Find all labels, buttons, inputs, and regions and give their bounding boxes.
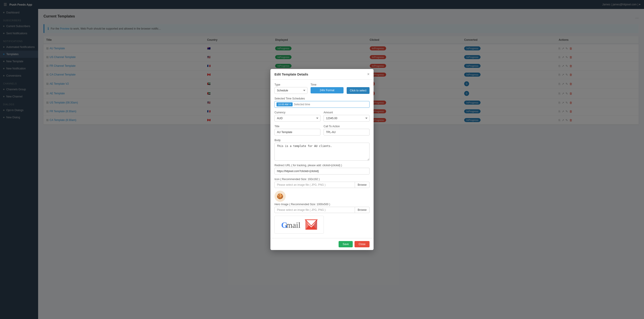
icon-group: Icon ( Recommended Size: 192x192 ) Pleas… xyxy=(274,178,370,202)
icon-preview: 🍪 xyxy=(274,191,286,202)
gmail-logo-svg: G mail xyxy=(279,218,319,231)
amount-label: Amount xyxy=(324,111,370,114)
type-select[interactable]: Schedule Immediate Recurring xyxy=(274,87,308,94)
click-to-select-button[interactable]: Click to select xyxy=(347,87,370,94)
cta-input[interactable] xyxy=(324,129,370,136)
currency-label: Currency xyxy=(274,111,320,114)
redirect-label: Redirect URL ( for tracking, please add:… xyxy=(274,164,370,167)
currency-group: Currency AUD USD EUR GBP xyxy=(274,111,320,122)
modal-footer: Save Close xyxy=(270,238,374,250)
time-tag-value: 10:00 AM xyxy=(278,103,288,106)
hero-group: Hero Image ( Recommended Size: 1000x500 … xyxy=(274,203,370,234)
time-tag-remove[interactable]: × xyxy=(289,103,291,106)
title-group: Title xyxy=(274,125,320,136)
hero-label: Hero Image ( Recommended Size: 1000x500 … xyxy=(274,203,370,206)
modal-title: Edit Template Details xyxy=(274,72,308,76)
title-input[interactable] xyxy=(274,129,320,136)
close-button[interactable]: Close xyxy=(354,241,370,247)
title-cta-row: Title Call To Action xyxy=(274,125,370,136)
amount-group: Amount 12345.00 xyxy=(324,111,370,122)
time-schedules-group: Selected Time Schedules 10:00 AM × xyxy=(274,97,370,108)
icon-label: Icon ( Recommended Size: 192x192 ) xyxy=(274,178,370,181)
icon-browse-button[interactable]: Browse xyxy=(355,182,370,188)
svg-text:mail: mail xyxy=(286,221,300,230)
time-label: Time xyxy=(310,83,344,86)
time-format-button[interactable]: 24hr Format xyxy=(310,87,344,93)
modal-body: Type Schedule Immediate Recurring Time 2… xyxy=(270,79,374,238)
hero-file-row: Please select an image file ( JPG, PNG )… xyxy=(274,207,370,213)
icon-file-text: Please select an image file ( JPG, PNG ) xyxy=(274,182,355,188)
type-time-row: Type Schedule Immediate Recurring Time 2… xyxy=(274,83,370,94)
time-tag-input-field[interactable] xyxy=(294,103,368,106)
hero-image-preview: G mail xyxy=(274,216,324,234)
redirect-input[interactable] xyxy=(274,168,370,175)
currency-amount-row: Currency AUD USD EUR GBP Amount 12345.00 xyxy=(274,111,370,122)
cta-group: Call To Action xyxy=(324,125,370,136)
click-to-select-wrapper: Click to select xyxy=(347,83,370,94)
body-group: Body This is a template for AU clients. xyxy=(274,139,370,161)
save-button[interactable]: Save xyxy=(338,241,353,247)
time-tag: 10:00 AM × xyxy=(276,102,293,106)
type-group: Type Schedule Immediate Recurring xyxy=(274,83,308,94)
modal-header: Edit Template Details × xyxy=(270,69,374,79)
cta-label: Call To Action xyxy=(324,125,370,128)
hero-file-text: Please select an image file ( JPG, PNG ) xyxy=(274,207,355,213)
edit-template-modal: Edit Template Details × Type Schedule Im… xyxy=(270,69,374,250)
modal-overlay[interactable]: Edit Template Details × Type Schedule Im… xyxy=(0,0,644,319)
time-schedules-label: Selected Time Schedules xyxy=(274,97,370,100)
time-tag-input[interactable]: 10:00 AM × xyxy=(274,101,370,108)
title-field-label: Title xyxy=(274,125,320,128)
redirect-group: Redirect URL ( for tracking, please add:… xyxy=(274,164,370,175)
hero-browse-button[interactable]: Browse xyxy=(355,207,370,213)
modal-close-x-button[interactable]: × xyxy=(367,72,370,76)
time-group: Time 24hr Format xyxy=(310,83,344,94)
type-label: Type xyxy=(274,83,308,86)
amount-select[interactable]: 12345.00 xyxy=(324,115,370,122)
icon-file-row: Please select an image file ( JPG, PNG )… xyxy=(274,182,370,188)
body-label: Body xyxy=(274,139,370,142)
body-textarea[interactable]: This is a template for AU clients. xyxy=(274,143,370,161)
currency-select[interactable]: AUD USD EUR GBP xyxy=(274,115,320,122)
